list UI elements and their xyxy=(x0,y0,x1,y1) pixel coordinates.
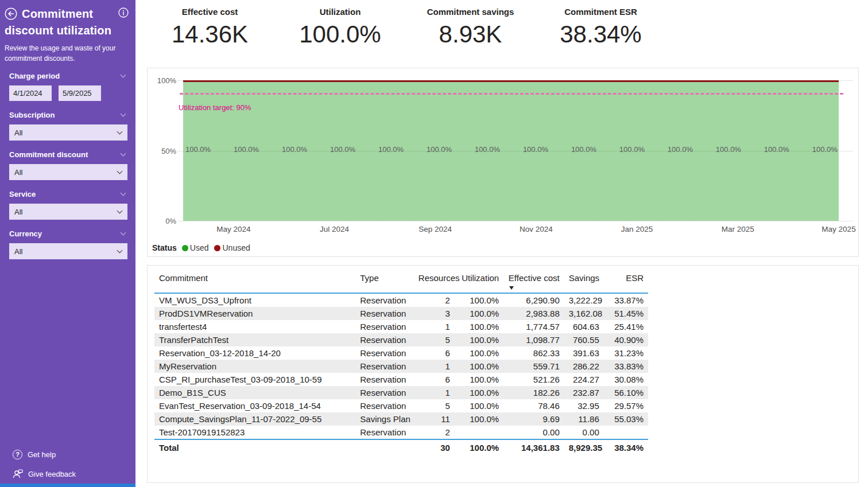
kpi-value: 14.36K xyxy=(145,21,275,48)
legend-label: Used xyxy=(190,243,209,252)
legend-label: Unused xyxy=(222,243,250,252)
table-row[interactable]: Demo_B1S_CUSReservation1100.0%182.26232.… xyxy=(154,386,648,399)
table-row[interactable]: Test-20170919152823Reservation20.000.00 xyxy=(154,426,648,439)
table-cell: 32.95 xyxy=(564,399,604,412)
currency-dropdown[interactable]: All xyxy=(9,243,127,259)
table-row[interactable]: CSP_RI_purchaseTest_03-09-2018_10-59Rese… xyxy=(154,373,648,386)
date-range-row: 4/1/2024 5/9/2025 xyxy=(9,85,127,101)
table-header-row: CommitmentTypeResourcesUtilizationEffect… xyxy=(154,270,648,293)
table-cell: 100.0% xyxy=(455,360,503,373)
filter-label: Commitment discount xyxy=(9,150,88,159)
table-row[interactable]: TransferPatchTestReservation5100.0%1,098… xyxy=(154,333,648,346)
column-header-esr[interactable]: ESR xyxy=(604,270,648,293)
info-icon[interactable] xyxy=(118,7,129,18)
filter-header-subscription[interactable]: Subscription xyxy=(9,111,127,119)
legend-item-unused[interactable]: Unused xyxy=(214,243,250,252)
table-cell: 31.23% xyxy=(604,346,648,360)
table-cell: 2 xyxy=(414,426,455,439)
column-header-resources[interactable]: Resources xyxy=(414,270,455,293)
legend-item-used[interactable]: Used xyxy=(182,243,209,252)
table-cell: 6,290.90 xyxy=(503,293,564,307)
table-cell: 1 xyxy=(414,360,455,373)
service-dropdown[interactable]: All xyxy=(9,204,127,220)
table-cell: 6 xyxy=(414,346,455,360)
data-label: 100.0% xyxy=(812,145,838,154)
table-row[interactable]: transfertest4Reservation1100.0%1,774.576… xyxy=(154,320,648,333)
table-cell: 9.69 xyxy=(503,412,564,426)
table-cell: Compute_SavingsPlan_11-07-2022_09-55 xyxy=(154,412,355,426)
commitment-discount-dropdown[interactable]: All xyxy=(9,164,127,180)
filter-header-service[interactable]: Service xyxy=(9,190,127,198)
data-label: 100.0% xyxy=(330,145,355,154)
table-cell: 6 xyxy=(414,373,455,386)
main-content: Effective cost 14.36K Utilization 100.0%… xyxy=(135,0,868,484)
column-header-effective-cost[interactable]: Effective cost xyxy=(503,270,564,293)
table-row[interactable]: Reservation_03-12-2018_14-20Reservation6… xyxy=(154,346,648,360)
column-header-type[interactable]: Type xyxy=(355,270,414,293)
table-cell xyxy=(455,426,503,439)
kpi-label: Commitment ESR xyxy=(536,7,666,17)
table-cell: 760.55 xyxy=(564,333,604,346)
table-cell: Savings Plan xyxy=(355,412,414,426)
data-label: 100.0% xyxy=(668,145,693,154)
x-tick-label: Nov 2024 xyxy=(520,225,553,233)
kpi-commitment-esr: Commitment ESR 38.34% xyxy=(536,7,666,61)
table-cell: 2 xyxy=(414,293,455,307)
table-cell: 3,162.08 xyxy=(564,307,604,320)
data-label: 100.0% xyxy=(282,145,307,154)
table-cell: 0.00 xyxy=(564,426,604,439)
filter-header-charge-period[interactable]: Charge period xyxy=(9,72,127,80)
table-cell: 1,098.77 xyxy=(503,333,564,346)
table-cell: MyReservation xyxy=(154,360,355,373)
utilization-target-line xyxy=(180,93,843,95)
table-cell: 33.83% xyxy=(604,360,648,373)
start-date-input[interactable]: 4/1/2024 xyxy=(9,85,52,101)
filter-header-commitment-discount[interactable]: Commitment discount xyxy=(9,150,127,159)
end-date-input[interactable]: 5/9/2025 xyxy=(59,85,101,101)
feedback-icon xyxy=(13,469,23,478)
kpi-value: 100.0% xyxy=(275,21,405,48)
x-tick-label: May 2024 xyxy=(216,225,250,233)
table-row[interactable]: EvanTest_Reservation_03-09-2018_14-54Res… xyxy=(154,399,648,412)
table-cell: 11.86 xyxy=(564,412,604,426)
window-bottom-edge xyxy=(0,484,135,487)
x-axis: May 2024Jul 2024Sep 2024Nov 2024Jan 2025… xyxy=(183,225,839,235)
table-cell: 25.41% xyxy=(604,320,648,333)
table-cell: Demo_B1S_CUS xyxy=(154,386,355,399)
table-total-row: Total30100.0%14,361.838,929.3538.34% xyxy=(154,439,648,454)
total-cell: 8,929.35 xyxy=(564,439,604,454)
y-tick-label: 100% xyxy=(157,76,176,85)
chevron-down-icon xyxy=(121,111,126,117)
table-cell: Reservation xyxy=(355,293,414,307)
column-header-utilization[interactable]: Utilization xyxy=(455,270,503,293)
table-cell: 55.03% xyxy=(604,412,648,426)
info-circle-icon xyxy=(118,7,129,18)
table-cell: 100.0% xyxy=(455,307,503,320)
y-tick-label: 0% xyxy=(165,217,176,225)
get-help-link[interactable]: ? Get help xyxy=(13,450,56,459)
table-row[interactable]: VM_WUS_DS3_UpfrontReservation2100.0%6,29… xyxy=(154,293,648,307)
back-button[interactable] xyxy=(5,7,17,20)
app-window: Commitmentdiscount utilization Review th… xyxy=(0,0,868,484)
table-row[interactable]: Compute_SavingsPlan_11-07-2022_09-55Savi… xyxy=(154,412,648,426)
chevron-down-icon xyxy=(117,208,123,214)
chevron-down-icon xyxy=(121,151,126,157)
table-cell: 33.87% xyxy=(604,293,648,307)
y-axis: 100%50%0% xyxy=(148,80,180,221)
kpi-commitment-savings: Commitment savings 8.93K xyxy=(405,7,536,61)
page-title-line2: discount utilization xyxy=(5,22,127,39)
filter-charge-period: Charge period 4/1/2024 5/9/2025 xyxy=(9,72,127,101)
utilization-target-label: Utilization target: 90% xyxy=(179,103,251,112)
table-cell: 0.00 xyxy=(503,426,564,439)
table-cell: VM_WUS_DS3_Upfront xyxy=(154,293,355,307)
table-cell: 1 xyxy=(414,320,455,333)
table-row[interactable]: MyReservationReservation1100.0%559.71286… xyxy=(154,360,648,373)
filter-header-currency[interactable]: Currency xyxy=(9,229,127,238)
column-header-commitment[interactable]: Commitment xyxy=(154,270,355,293)
table-row[interactable]: ProdDS1VMReservationReservation3100.0%2,… xyxy=(154,307,648,320)
data-label-row: 100.0%100.0%100.0%100.0%100.0%100.0%100.… xyxy=(183,145,839,154)
column-header-savings[interactable]: Savings xyxy=(564,270,604,293)
table-cell: 5 xyxy=(414,333,455,346)
give-feedback-link[interactable]: Give feedback xyxy=(13,469,76,478)
subscription-dropdown[interactable]: All xyxy=(9,124,127,141)
